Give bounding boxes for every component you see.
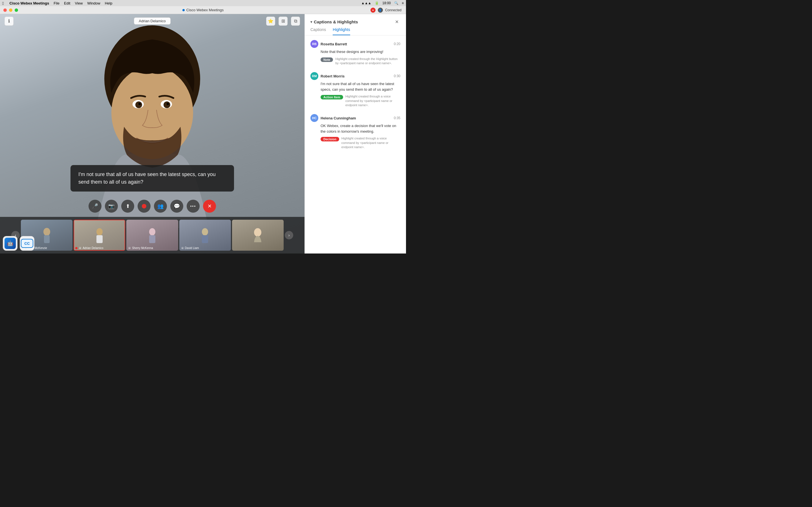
bottom-left-icons: 🤖 CC [3,236,35,251]
share-button[interactable]: ⬆ [121,200,134,213]
svg-rect-15 [149,235,155,243]
thumbnail-4[interactable] [232,220,284,251]
thumb-active-dot-1 [75,247,78,249]
chat-button[interactable]: 💬 [170,200,183,213]
svg-rect-13 [96,235,103,243]
chat-icon: 💬 [174,203,180,209]
highlight-name-2: Helena Cunningham [320,116,356,120]
highlight-quote-0: Note that these designs are improving! [320,49,400,55]
thumbnail-2[interactable]: 🖥 Sherry McKenna [126,220,178,251]
thumb-icon-3: 🖥 [181,246,184,249]
minimize-window-button[interactable] [9,8,12,12]
video-button[interactable]: 📷 [105,200,118,213]
highlight-header-2: HC Helena Cunningham 0:35 [310,114,400,122]
svg-rect-10 [44,235,50,243]
screen-share-view-button[interactable]: ⊞ [278,17,288,25]
webex-bot-icon: 🤖 [4,238,16,249]
svg-point-18 [254,228,261,237]
thumbnail-1[interactable]: 🖥 Adrian Delamico [73,220,125,251]
caption-text: I'm not sure that all of us have seen th… [79,171,226,186]
cc-button[interactable]: CC [20,236,35,251]
highlight-time-1: 0:30 [394,74,400,78]
mute-button[interactable]: 🎤 [89,200,101,213]
highlight-badge-row-0: Note Highlight created through the Highl… [320,57,400,66]
participants-button[interactable]: 👥 [154,200,167,213]
svg-rect-17 [202,235,208,243]
caption-overlay: I'm not sure that all of us have seen th… [70,165,234,191]
menu-extra-icon[interactable]: ≡ [402,1,404,5]
person-silhouette [68,14,237,228]
record-icon [142,204,146,209]
search-icon[interactable]: 🔍 [394,1,398,5]
avatar-2: HC [310,114,318,122]
more-icon: ••• [190,204,196,209]
svg-point-5 [135,101,142,108]
control-bar: 🎤 📷 ⬆ 👥 💬 ••• ✕ [89,200,216,213]
menu-edit[interactable]: Edit [64,1,70,5]
webex-dot [183,9,185,11]
menu-file[interactable]: File [54,1,59,5]
participants-icon: 👥 [157,203,163,209]
thumb-name-3: David Liam [185,246,199,249]
svg-point-8 [167,103,169,105]
info-button[interactable]: ℹ [4,17,13,25]
panel-header: ▾ Captions & Highlights ✕ [305,14,406,25]
camera-icon: 📷 [108,203,114,209]
menu-window[interactable]: Window [87,1,100,5]
window-title: Cisco Webex Meetings [183,8,224,12]
badge-desc-0: Highlight created through the Highlight … [335,57,400,66]
svg-point-9 [43,228,50,236]
badge-desc-1: Highlight created through a voice comman… [345,94,400,107]
close-window-button[interactable] [3,8,7,12]
badge-action-1: Action Item [320,95,343,100]
menu-view[interactable]: View [75,1,83,5]
notification-badge: ● [370,8,375,13]
thumb-label-2: 🖥 Sherry McKenna [128,246,176,249]
webex-bot-button[interactable]: 🤖 [3,236,17,251]
more-button[interactable]: ••• [187,200,200,213]
svg-point-12 [96,228,103,235]
share-icon: ⬆ [126,203,130,209]
highlight-name-1: Robert Morris [320,74,345,78]
highlight-entry-1: RM Robert Morris 0:30 I'm not sure that … [310,72,400,107]
svg-point-7 [139,103,141,105]
panel-content: RB Rosetta Barrett 0:20 Note that these … [305,36,406,253]
panel-collapse-icon[interactable]: ▾ [310,20,312,24]
video-area: ℹ Adrian Delamico ⭐ ⊞ ⧉ I'm not sure tha… [0,14,305,253]
app-menu-name[interactable]: Cisco Webex Meetings [9,1,49,5]
thumb-face-3 [179,220,231,251]
star-button[interactable]: ⭐ [266,17,275,25]
thumb-next-button[interactable]: › [285,231,293,239]
thumb-icon-2: 🖥 [128,246,131,249]
avatar-0: RB [310,40,318,48]
highlight-entry-2: HC Helena Cunningham 0:35 OK Webex, crea… [310,114,400,149]
thumb-face-1 [73,220,125,251]
highlight-quote-2: OK Webex, create a decision that we'll v… [320,123,400,134]
tab-captions[interactable]: Captions [310,27,326,35]
record-button[interactable] [138,200,151,213]
menu-help[interactable]: Help [105,1,112,5]
highlight-time-0: 0:20 [394,42,400,46]
panel-close-button[interactable]: ✕ [393,18,400,25]
video-top-bar: ℹ Adrian Delamico ⭐ ⊞ ⧉ [0,17,305,24]
highlight-quote-1: I'm not sure that all of us have seen th… [320,81,400,92]
captions-highlights-panel: ▾ Captions & Highlights ✕ Captions Highl… [305,14,406,253]
highlight-entry-0: RB Rosetta Barrett 0:20 Note that these … [310,40,400,65]
highlight-name-0: Rosetta Barrett [320,42,347,46]
apple-menu[interactable]:  [2,1,4,6]
top-right-icons: ⭐ ⊞ ⧉ [266,17,300,25]
thumbnail-3[interactable]: 🖥 David Liam [179,220,231,251]
user-icon[interactable]: 👤 [378,8,383,13]
thumb-name-2: Sherry McKenna [132,246,153,249]
fullscreen-window-button[interactable] [15,8,18,12]
battery-icon: 🔋 [375,1,379,5]
menubar:  Cisco Webex Meetings File Edit View Wi… [0,0,406,6]
tab-highlights[interactable]: Highlights [333,27,350,35]
end-call-button[interactable]: ✕ [203,200,216,213]
mute-icon: 🎤 [92,203,98,209]
panel-title: Captions & Highlights [314,19,358,24]
highlight-user-1: RM Robert Morris [310,72,345,80]
thumb-label-3: 🖥 David Liam [181,246,229,249]
layout-button[interactable]: ⧉ [291,17,300,25]
badge-desc-2: Highlight created through a voice comman… [342,136,400,149]
